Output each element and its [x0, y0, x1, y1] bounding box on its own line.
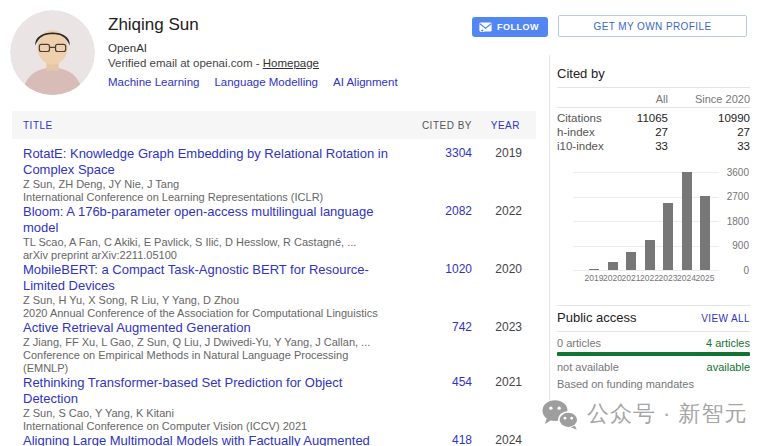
stat-row-citations: Citations 11065 10990: [557, 112, 750, 125]
watermark-text: 公众号 · 新智元: [587, 399, 748, 429]
chart-bar-2023[interactable]: [663, 203, 673, 270]
publication-title-link[interactable]: RotatE: Knowledge Graph Embedding by Rel…: [23, 146, 394, 178]
publication-year: 2020: [472, 262, 536, 320]
publication-year: 2022: [472, 204, 536, 262]
publication-title-link[interactable]: Rethinking Transformer-based Set Predict…: [23, 375, 394, 407]
stat-label[interactable]: Citations: [557, 112, 612, 125]
cited-by-columns: All Since 2020: [557, 93, 750, 105]
cited-by-count-link[interactable]: 742: [402, 320, 472, 375]
divider: [557, 331, 750, 332]
public-access-header: Public access VIEW ALL: [557, 310, 750, 325]
interest-tag-ai-alignment[interactable]: AI Alignment: [333, 76, 398, 88]
cited-by-section-title[interactable]: Cited by: [557, 66, 750, 81]
not-available-count: 0 articles: [557, 337, 601, 349]
profile-affiliation: OpenAI: [108, 41, 398, 56]
watermark: 公众号 · 新智元: [540, 397, 758, 431]
column-all: All: [612, 93, 668, 105]
chart-ytick-label: 0: [719, 265, 749, 276]
divider: [557, 107, 750, 108]
interest-tag-language-modelling[interactable]: Language Modelling: [214, 76, 318, 88]
publication-authors: Z Jiang, FF Xu, L Gao, Z Sun, Q Liu, J D…: [23, 336, 394, 349]
sort-by-year-header[interactable]: YEAR: [472, 120, 536, 131]
publications-table: TITLE CITED BY YEAR RotatE: Knowledge Gr…: [12, 111, 536, 446]
cited-by-count-link[interactable]: 418: [402, 433, 472, 446]
chart-ytick-label: 900: [719, 240, 749, 251]
stat-row-i10-index: i10-index 33 33: [557, 140, 750, 153]
stat-since: 27: [668, 126, 750, 139]
chart-bar-2019[interactable]: [589, 269, 599, 270]
chart-xtick-label: 2025: [690, 273, 720, 283]
envelope-plus-icon: [479, 22, 492, 32]
public-access-labels: not available available: [557, 361, 750, 373]
publication-venue: International Conference on Learning Rep…: [23, 191, 394, 204]
publication-year: 2023: [472, 320, 536, 375]
wechat-icon: [540, 397, 580, 431]
publications-table-header: TITLE CITED BY YEAR: [12, 111, 536, 139]
verified-email-text: Verified email at openai.com -: [108, 57, 263, 69]
interest-tag-machine-learning[interactable]: Machine Learning: [108, 76, 199, 88]
stat-row-h-index: h-index 27 27: [557, 126, 750, 139]
chart-bar-2022[interactable]: [645, 240, 655, 270]
chart-gridline: [573, 172, 719, 173]
table-row: Rethinking Transformer-based Set Predict…: [12, 375, 536, 433]
stat-label[interactable]: i10-index: [557, 140, 612, 153]
stat-since: 33: [668, 140, 750, 153]
chart-gridline: [573, 270, 719, 271]
cited-by-count-link[interactable]: 1020: [402, 262, 472, 320]
chart-bar-2020[interactable]: [608, 262, 618, 270]
follow-button-label: FOLLOW: [497, 22, 539, 32]
publication-venue: arXiv preprint arXiv:2211.05100: [23, 249, 394, 262]
public-access-title: Public access: [557, 310, 636, 325]
public-access-progress-bar: [557, 352, 750, 356]
table-row: Aligning Large Multimodal Models with Fa…: [12, 433, 536, 446]
publication-title-link[interactable]: Active Retrieval Augmented Generation: [23, 320, 394, 336]
publication-authors: Z Sun, ZH Deng, JY Nie, J Tang: [23, 178, 394, 191]
cited-by-count-link[interactable]: 454: [402, 375, 472, 433]
publication-title-link[interactable]: Bloom: A 176b-parameter open-access mult…: [23, 204, 394, 236]
homepage-link[interactable]: Homepage: [263, 57, 319, 69]
table-row: RotatE: Knowledge Graph Embedding by Rel…: [12, 146, 536, 204]
public-access-counts: 0 articles 4 articles: [557, 337, 750, 349]
view-all-link[interactable]: VIEW ALL: [701, 313, 750, 324]
table-row: Bloom: A 176b-parameter open-access mult…: [12, 204, 536, 262]
publication-title-link[interactable]: Aligning Large Multimodal Models with Fa…: [23, 433, 394, 446]
chart-gridline: [573, 221, 719, 222]
publication-year: 2019: [472, 146, 536, 204]
publication-authors: Z Sun, H Yu, X Song, R Liu, Y Yang, D Zh…: [23, 294, 394, 307]
publication-year: 2024: [472, 433, 536, 446]
stat-all: 33: [612, 140, 668, 153]
cited-by-header: CITED BY: [402, 120, 472, 131]
sort-by-title-header[interactable]: TITLE: [12, 120, 402, 131]
publication-title-link[interactable]: MobileBERT: a Compact Task-Agnostic BERT…: [23, 262, 394, 294]
profile-header: Zhiqing Sun OpenAI Verified email at ope…: [108, 14, 398, 88]
stat-since: 10990: [668, 112, 750, 125]
stat-all: 27: [612, 126, 668, 139]
avatar: [10, 10, 95, 95]
chart-gridline: [573, 197, 719, 198]
profile-name: Zhiqing Sun: [108, 14, 398, 36]
publication-venue: International Conference on Computer Vis…: [23, 420, 394, 433]
chart-bar-2025[interactable]: [700, 196, 710, 270]
chart-bar-2024[interactable]: [682, 172, 692, 270]
available-count[interactable]: 4 articles: [706, 337, 750, 349]
verified-email: Verified email at openai.com - Homepage: [108, 56, 398, 71]
stat-all: 11065: [612, 112, 668, 125]
cited-by-count-link[interactable]: 2082: [402, 204, 472, 262]
publications-rows: RotatE: Knowledge Graph Embedding by Rel…: [12, 146, 536, 446]
chart-ytick-label: 3600: [719, 167, 749, 178]
divider: [557, 305, 750, 306]
stat-label[interactable]: h-index: [557, 126, 612, 139]
cited-by-count-link[interactable]: 3304: [402, 146, 472, 204]
available-label: available: [707, 361, 750, 373]
chart-ytick-label: 1800: [719, 216, 749, 227]
follow-button[interactable]: FOLLOW: [472, 17, 548, 37]
publication-venue: Conference on Empirical Methods in Natur…: [23, 349, 394, 375]
publication-venue: 2020 Annual Conference of the Associatio…: [23, 307, 394, 320]
interest-tags: Machine Learning Language Modelling AI A…: [108, 76, 398, 88]
table-row: MobileBERT: a Compact Task-Agnostic BERT…: [12, 262, 536, 320]
column-divider: [549, 55, 550, 402]
divider: [557, 87, 750, 88]
avatar-photo-illustration: [10, 10, 95, 95]
publication-year: 2021: [472, 375, 536, 433]
chart-bar-2021[interactable]: [626, 252, 636, 270]
